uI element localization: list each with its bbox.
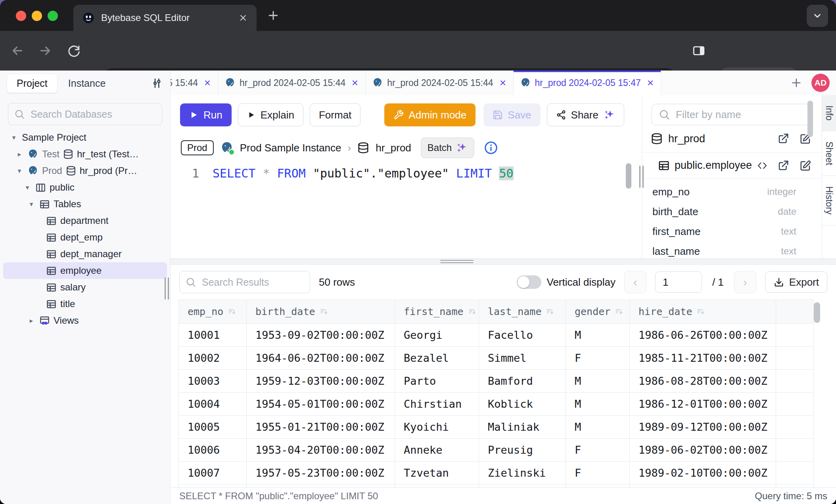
explain-button[interactable]: Explain <box>238 103 303 126</box>
table-row[interactable]: 100061953-04-20T00:00:00ZAnnekePreusigF1… <box>179 439 814 462</box>
run-button[interactable]: Run <box>180 103 232 126</box>
schema-filter[interactable] <box>652 104 812 125</box>
tree-item-views[interactable]: ▸Views <box>3 312 167 329</box>
tab-project[interactable]: Project <box>7 74 57 93</box>
save-button[interactable]: Save <box>483 103 540 126</box>
schema-database-row[interactable]: hr_prod <box>642 125 822 153</box>
divider-handle[interactable] <box>440 260 474 263</box>
tree-item-public[interactable]: ▾public <box>3 179 167 196</box>
connection-info-icon[interactable] <box>484 141 498 155</box>
editor-results-divider[interactable] <box>171 258 836 265</box>
tab-search-button[interactable] <box>807 5 828 27</box>
editor-tab[interactable]: 5 15:44 <box>171 71 218 95</box>
sidebar-resize-handle[interactable] <box>165 277 169 300</box>
chevron-right-icon[interactable]: ▸ <box>27 317 36 325</box>
sidebar-settings-icon[interactable] <box>150 77 163 90</box>
share-button[interactable]: Share <box>547 103 624 126</box>
table-row[interactable]: 100031959-12-03T00:00:00ZPartoBamfordM19… <box>179 370 814 393</box>
chevron-down-icon[interactable]: ▾ <box>15 167 24 175</box>
close-window-button[interactable] <box>16 11 26 21</box>
tree-item-hr_test-test-[interactable]: ▸Testhr_test (Test… <box>3 146 167 162</box>
table-cell <box>776 347 814 370</box>
tree-item-label: title <box>60 298 75 309</box>
forward-button[interactable] <box>35 40 56 61</box>
rail-tab-sheet[interactable]: Sheet <box>822 131 836 176</box>
column-header-gender[interactable]: gender <box>566 300 630 324</box>
sort-icon[interactable] <box>614 307 624 317</box>
back-button[interactable] <box>7 40 28 61</box>
chevron-down-icon[interactable]: ▾ <box>23 183 32 192</box>
reload-button[interactable] <box>63 40 84 61</box>
minimize-window-button[interactable] <box>32 11 42 21</box>
tree-item-tables[interactable]: ▾Tables <box>3 196 167 212</box>
table-row[interactable]: 100011953-09-02T00:00:00ZGeorgiFacelloM1… <box>179 324 814 347</box>
side-panel-icon[interactable] <box>688 40 709 61</box>
sql-editor[interactable]: 1 SELECT * FROM "public"."employee" LIMI… <box>171 161 642 258</box>
database-name[interactable]: hr_prod <box>376 142 411 154</box>
tree-item-sample-project[interactable]: ▾Sample Project <box>3 129 167 146</box>
schema-table-row[interactable]: public.employee <box>642 153 822 179</box>
browser-tab-close-icon[interactable] <box>238 13 248 23</box>
sort-icon[interactable] <box>545 307 555 317</box>
sort-icon[interactable] <box>696 307 706 317</box>
schema-filter-input[interactable] <box>675 108 805 121</box>
browser-tab[interactable]: Bytebase SQL Editor <box>73 5 257 31</box>
column-header-birth_date[interactable]: birth_date <box>247 300 395 324</box>
table-row[interactable]: 100041954-05-01T00:00:00ZChirstianKoblic… <box>179 393 814 416</box>
tree-item-salary[interactable]: salary <box>3 279 167 296</box>
table-row[interactable]: 100021964-06-02T00:00:00ZBezalelSimmelF1… <box>179 347 814 370</box>
sort-icon[interactable] <box>468 307 477 317</box>
sort-icon[interactable] <box>227 307 237 317</box>
vertical-display-toggle[interactable] <box>517 275 541 289</box>
editor-tab[interactable]: hr_prod 2024-02-05 15:44 <box>366 71 513 95</box>
database-search[interactable] <box>8 103 162 125</box>
admin-mode-button[interactable]: Admin mode <box>384 103 476 126</box>
column-list-scrollbar[interactable] <box>807 101 813 137</box>
editor-tab[interactable]: hr_prod 2024-02-05 15:44 <box>218 71 366 95</box>
rail-tab-info[interactable]: Info <box>822 95 836 131</box>
avatar[interactable]: AD <box>811 74 830 92</box>
tree-item-employee[interactable]: employee <box>3 262 167 279</box>
chevron-down-icon[interactable]: ▾ <box>10 134 18 142</box>
page-input[interactable] <box>655 271 702 293</box>
instance-name[interactable]: Prod Sample Instance <box>240 142 341 154</box>
tree-item-dept_manager[interactable]: dept_manager <box>3 246 167 262</box>
format-button[interactable]: Format <box>310 103 360 126</box>
maximize-window-button[interactable] <box>48 11 58 21</box>
results-scrollbar[interactable] <box>814 302 820 323</box>
code-icon[interactable] <box>757 160 768 171</box>
editor-tab[interactable]: hr_prod 2024-02-05 15:47 <box>514 71 661 95</box>
close-icon[interactable] <box>351 79 359 87</box>
edit-icon[interactable] <box>800 160 811 172</box>
tree-item-hr_prod-pr-[interactable]: ▾Prodhr_prod (Pr… <box>3 162 167 179</box>
column-header-hire_date[interactable]: hire_date <box>630 300 776 324</box>
results-search-input[interactable] <box>201 276 304 288</box>
batch-button[interactable]: Batch <box>421 137 474 158</box>
prev-page-button[interactable]: ‹ <box>624 271 646 293</box>
column-header-last_name[interactable]: last_name <box>479 300 566 324</box>
chevron-down-icon[interactable]: ▾ <box>27 200 36 208</box>
editor-scrollbar[interactable] <box>626 163 631 189</box>
close-icon[interactable] <box>646 79 654 87</box>
open-external-icon[interactable] <box>777 133 789 145</box>
tree-item-dept_emp[interactable]: dept_emp <box>3 229 167 246</box>
results-search[interactable] <box>179 271 310 293</box>
new-browser-tab-icon[interactable] <box>267 9 280 22</box>
close-icon[interactable] <box>499 79 507 87</box>
tree-item-department[interactable]: department <box>3 212 167 229</box>
close-icon[interactable] <box>203 79 211 87</box>
column-header-emp_no[interactable]: emp_no <box>179 300 247 324</box>
rail-tab-history[interactable]: History <box>822 176 836 225</box>
column-header-first_name[interactable]: first_name <box>395 300 479 324</box>
table-row[interactable]: 100071957-05-23T00:00:00ZTzvetanZielinsk… <box>179 462 814 485</box>
export-button[interactable]: Export <box>765 271 827 293</box>
open-external-icon[interactable] <box>777 160 789 172</box>
chevron-right-icon[interactable]: ▸ <box>15 150 24 158</box>
tab-instance[interactable]: Instance <box>68 78 106 89</box>
tree-item-title[interactable]: title <box>3 296 167 312</box>
next-page-button[interactable]: › <box>734 271 756 293</box>
table-row[interactable]: 100051955-01-21T00:00:00ZKyoichiMaliniak… <box>179 416 814 439</box>
sort-icon[interactable] <box>319 307 329 317</box>
new-query-tab-icon[interactable] <box>784 76 808 89</box>
database-search-input[interactable] <box>30 108 156 120</box>
